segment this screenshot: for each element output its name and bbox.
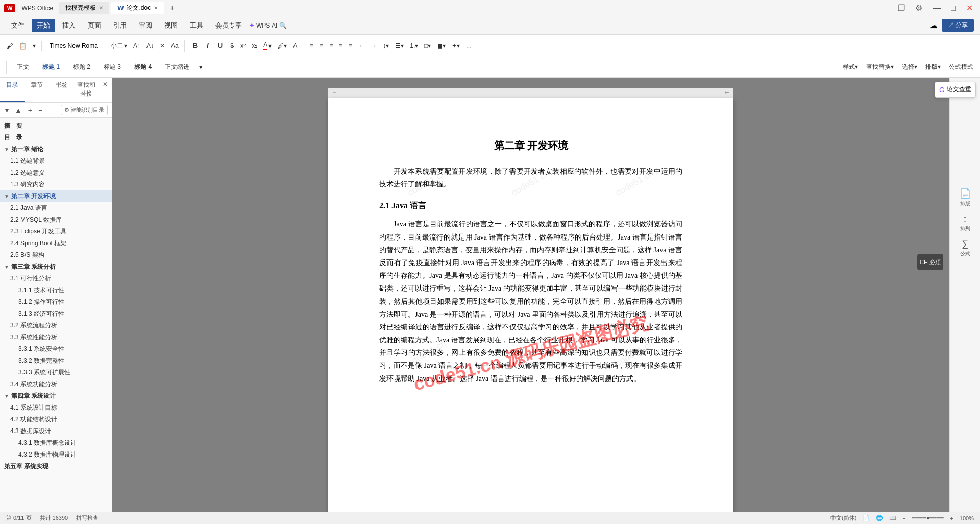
toc-item-4-3-1[interactable]: 4.3.1 数据库概念设计: [0, 437, 112, 449]
sidebar-tab-bookmark[interactable]: 书签: [50, 78, 74, 102]
typeset-button[interactable]: 排版▾: [923, 61, 943, 73]
cloud-icon[interactable]: ☁: [929, 20, 938, 30]
toc-item-3-4[interactable]: 3.4 系统功能分析: [0, 378, 112, 390]
menu-file[interactable]: 文件: [6, 19, 30, 32]
indent-decrease-button[interactable]: ←: [356, 41, 367, 51]
sidebar-tab-toc[interactable]: 目录: [0, 78, 24, 102]
toc-item-4-3-2[interactable]: 4.3.2 数据库物理设计: [0, 449, 112, 461]
toc-item-2-1[interactable]: 2.1 Java 语言: [0, 202, 112, 214]
style-body-indent-button[interactable]: 正文缩进: [159, 61, 195, 74]
toc-item-3-3-2[interactable]: 3.3.2 数据完整性: [0, 355, 112, 367]
toc-item-2-4[interactable]: 2.4 Spring Boot 框架: [0, 237, 112, 249]
subscript-button[interactable]: x₂: [249, 41, 260, 51]
document-area[interactable]: ⊣ ⊢ code51.cn code51.cn code51.cn code51…: [112, 78, 949, 512]
numbering-button[interactable]: 1.▾: [407, 41, 421, 51]
style-heading1-button[interactable]: 标题 1: [36, 61, 66, 74]
more-format-button[interactable]: …: [463, 41, 475, 51]
toc-chapter3-header[interactable]: ▼ 第三章 系统分析: [0, 261, 112, 273]
sidebar-up-icon[interactable]: ▲: [14, 105, 23, 115]
style-normal-button[interactable]: 正文: [11, 61, 35, 74]
style-heading4-button[interactable]: 标题 4: [128, 61, 158, 74]
toc-item-2-3[interactable]: 2.3 Eclipse 开发工具: [0, 226, 112, 237]
toc-item-1-1[interactable]: 1.1 选题背景: [0, 155, 112, 167]
tab-doc-close-icon[interactable]: ✕: [154, 5, 158, 11]
toc-chapter4-header[interactable]: ▼ 第四章 系统设计: [0, 390, 112, 402]
styles-panel-button[interactable]: 样式▾: [840, 61, 861, 73]
increase-font-button[interactable]: A↑: [131, 41, 143, 51]
sidebar-close-button[interactable]: ✕: [99, 78, 112, 102]
bullets-button[interactable]: ☰▾: [393, 41, 406, 51]
sidebar-tab-find[interactable]: 查找和替换: [74, 78, 99, 102]
format-brush-button[interactable]: 🖌: [4, 41, 15, 51]
window-close-button[interactable]: ✕: [963, 2, 976, 14]
clear-format-button[interactable]: ✕: [157, 41, 167, 51]
spell-check[interactable]: 拼写检查: [76, 514, 99, 522]
menu-layout[interactable]: 页面: [83, 19, 106, 32]
indent-increase-button[interactable]: →: [368, 41, 379, 51]
read-mode-icon[interactable]: 📖: [889, 515, 896, 521]
underline-button[interactable]: U: [214, 40, 227, 51]
menu-references[interactable]: 引用: [108, 19, 132, 32]
menu-insert[interactable]: 插入: [57, 19, 81, 32]
document-page[interactable]: code51.cn code51.cn code51.cn code51.cn …: [328, 98, 733, 512]
chapter3-collapse-icon[interactable]: ▼: [4, 264, 9, 270]
tab-find-close-icon[interactable]: ✕: [99, 5, 103, 11]
float-ch-button[interactable]: CH 必须: [917, 254, 943, 270]
chapter2-collapse-icon[interactable]: ▼: [4, 194, 9, 199]
style-heading3-button[interactable]: 标题 3: [97, 61, 127, 74]
more-paste-button[interactable]: ▾: [30, 41, 38, 51]
font-size-dropdown[interactable]: 小二 ▾: [108, 40, 130, 52]
shading-button[interactable]: ◼▾: [435, 41, 448, 51]
zoom-in-button[interactable]: +: [950, 515, 953, 521]
toc-item-3-1-3[interactable]: 3.1.3 经济可行性: [0, 308, 112, 320]
tab-find-template[interactable]: 找模壳模板 ✕: [59, 2, 109, 14]
smart-toc-button[interactable]: ⚙ 智能识别目录: [61, 105, 108, 115]
select-button[interactable]: 选择▾: [899, 61, 920, 73]
highlight-button[interactable]: 🖊▾: [275, 41, 289, 51]
menu-member[interactable]: 会员专享: [210, 19, 247, 32]
sidebar-dropdown-icon[interactable]: ▾: [4, 105, 10, 115]
decrease-font-button[interactable]: A↓: [144, 41, 156, 51]
language-indicator[interactable]: 中文(简体): [830, 514, 856, 522]
java-paragraph[interactable]: Java 语言是目前最流行的语言之一，不仅可以做桌面窗口形式的程序，还可以做浏览…: [379, 218, 682, 385]
intro-paragraph[interactable]: 开发本系统需要配置开发环境，除了需要开发者安装相应的软件外，也需要对开发中运用的…: [379, 165, 682, 190]
paste-button[interactable]: 📋: [16, 41, 29, 51]
toc-item-ch5[interactable]: 第五章 系统实现: [0, 461, 112, 472]
italic-button[interactable]: I: [203, 40, 213, 51]
toc-item-3-1[interactable]: 3.1 可行性分析: [0, 273, 112, 284]
toc-chapter1-header[interactable]: ▼ 第一章 绪论: [0, 144, 112, 155]
change-case-button[interactable]: Aa: [168, 41, 181, 51]
web-view-icon[interactable]: 🌐: [876, 515, 883, 521]
find-replace-button[interactable]: 查找替换▾: [864, 61, 896, 73]
bold-button[interactable]: B: [189, 40, 202, 51]
align-center-button[interactable]: ≡: [317, 41, 326, 51]
toc-item-summary[interactable]: 摘 要: [0, 120, 112, 132]
window-minimize-button[interactable]: —: [929, 3, 944, 14]
menu-tools[interactable]: 工具: [185, 19, 208, 32]
right-panel-sort-button[interactable]: ↕ 排列: [960, 213, 970, 232]
formula-button[interactable]: 公式模式: [946, 61, 976, 73]
toc-item-3-1-1[interactable]: 3.1.1 技术可行性: [0, 284, 112, 296]
window-settings-icon[interactable]: ⚙: [912, 2, 925, 14]
toc-chapter2-header[interactable]: ▼ 第二章 开发环境: [0, 190, 112, 202]
text-border-button[interactable]: A: [290, 41, 300, 51]
toc-item-3-2[interactable]: 3.2 系统流程分析: [0, 320, 112, 331]
zoom-slider[interactable]: ━━━━●━━━━: [912, 515, 944, 521]
menu-start[interactable]: 开始: [32, 19, 55, 32]
font-name-input[interactable]: [46, 41, 107, 51]
toc-item-4-2[interactable]: 4.2 功能结构设计: [0, 414, 112, 425]
distributed-button[interactable]: ≡: [346, 41, 355, 51]
align-right-button[interactable]: ≡: [327, 41, 335, 51]
align-left-button[interactable]: ≡: [307, 41, 316, 51]
style-heading2-button[interactable]: 标题 2: [67, 61, 96, 74]
expand-styles-icon[interactable]: ▾: [197, 62, 205, 73]
chapter1-collapse-icon[interactable]: ▼: [4, 147, 9, 152]
sidebar-minus-icon[interactable]: −: [37, 105, 43, 115]
sidebar-tab-chapter[interactable]: 章节: [24, 78, 49, 102]
toc-item-1-2[interactable]: 1.2 选题意义: [0, 167, 112, 179]
toc-item-2-5[interactable]: 2.5 B/S 架构: [0, 249, 112, 261]
wps-ai-button[interactable]: ✦ WPS AI 🔍: [249, 22, 287, 29]
view-mode-icon[interactable]: 📄: [863, 515, 870, 521]
toc-item-toc[interactable]: 目 录: [0, 132, 112, 144]
menu-review[interactable]: 审阅: [134, 19, 157, 32]
